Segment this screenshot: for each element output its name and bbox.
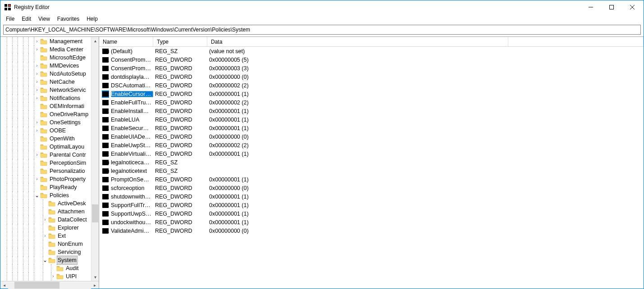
tree-item[interactable]: MicrosoftEdge bbox=[0, 54, 99, 62]
tree-item[interactable]: Servicing bbox=[0, 248, 99, 256]
value-data: 0x00000005 (5) bbox=[207, 57, 644, 63]
value-row[interactable]: EnableUwpStart...REG_DWORD0x00000002 (2) bbox=[99, 141, 644, 149]
tree-item[interactable]: ›Ext bbox=[0, 232, 99, 240]
tree-item[interactable]: ›NetCache bbox=[0, 78, 99, 86]
tree-item[interactable]: OneDriveRamp bbox=[0, 110, 99, 118]
tree-item[interactable]: Attachmen bbox=[0, 208, 99, 216]
address-bar[interactable]: Computer\HKEY_LOCAL_MACHINE\SOFTWARE\Mic… bbox=[3, 25, 641, 35]
chevron-right-icon[interactable]: › bbox=[34, 118, 40, 126]
tree-vertical-scrollbar[interactable]: ▴ ▾ bbox=[91, 37, 99, 281]
column-header-pad bbox=[508, 37, 644, 46]
menu-help[interactable]: Help bbox=[83, 15, 101, 23]
tree-item[interactable]: ›Media Center bbox=[0, 45, 99, 54]
value-row[interactable]: EnableCursorSu...REG_DWORD0x00000001 (1) bbox=[99, 90, 644, 98]
values-list[interactable]: (Default)REG_SZ(value not set)ConsentPro… bbox=[99, 47, 644, 289]
chevron-right-icon[interactable]: › bbox=[34, 86, 40, 94]
scroll-track[interactable] bbox=[91, 45, 99, 273]
value-row[interactable]: shutdownwitho...REG_DWORD0x00000001 (1) bbox=[99, 192, 644, 201]
scroll-down-icon[interactable]: ▾ bbox=[91, 273, 99, 281]
tree-item[interactable]: ⌄Policies bbox=[0, 191, 99, 199]
client-area: ›Management›Media CenterMicrosoftEdge›MM… bbox=[0, 36, 644, 289]
tree-item[interactable]: PlayReady bbox=[0, 183, 99, 191]
chevron-right-icon[interactable]: › bbox=[34, 94, 40, 102]
value-row[interactable]: EnableUIADeskt...REG_DWORD0x00000000 (0) bbox=[99, 132, 644, 141]
value-row[interactable]: DSCAutomation...REG_DWORD0x00000002 (2) bbox=[99, 81, 644, 90]
value-row[interactable]: EnableInstallerD...REG_DWORD0x00000001 (… bbox=[99, 107, 644, 115]
value-row[interactable]: EnableLUAREG_DWORD0x00000001 (1) bbox=[99, 115, 644, 124]
value-row[interactable]: EnableFullTrustS...REG_DWORD0x00000002 (… bbox=[99, 98, 644, 107]
chevron-right-icon[interactable]: › bbox=[34, 70, 40, 78]
tree-item[interactable]: OptimalLayou bbox=[0, 143, 99, 151]
tree-item[interactable]: Personalizatio bbox=[0, 167, 99, 175]
folder-icon bbox=[48, 241, 55, 247]
menu-edit[interactable]: Edit bbox=[18, 15, 35, 23]
tree-item[interactable]: Audit bbox=[0, 264, 99, 272]
maximize-button[interactable] bbox=[601, 0, 622, 14]
tree-item[interactable]: OEMInformati bbox=[0, 102, 99, 110]
value-row[interactable]: (Default)REG_SZ(value not set) bbox=[99, 47, 644, 55]
value-row[interactable]: ValidateAdminC...REG_DWORD0x00000000 (0) bbox=[99, 226, 644, 235]
tree-item[interactable]: ›Parental Contr bbox=[0, 151, 99, 159]
tree-item[interactable]: ActiveDesk bbox=[0, 199, 99, 208]
scroll-track[interactable] bbox=[8, 281, 91, 289]
tree-item[interactable]: ›NetworkServic bbox=[0, 86, 99, 94]
folder-icon bbox=[48, 217, 55, 223]
tree-item[interactable]: PerceptionSim bbox=[0, 159, 99, 167]
reg-dword-icon bbox=[102, 185, 109, 192]
value-row[interactable]: undockwithoutl...REG_DWORD0x00000001 (1) bbox=[99, 218, 644, 226]
chevron-right-icon[interactable]: › bbox=[34, 126, 40, 135]
value-row[interactable]: dontdisplaylastu...REG_DWORD0x00000000 (… bbox=[99, 72, 644, 81]
scroll-thumb[interactable] bbox=[92, 204, 98, 222]
tree-item[interactable]: ›NcdAutoSetup bbox=[0, 70, 99, 78]
column-header-data[interactable]: Data bbox=[207, 37, 508, 46]
value-row[interactable]: scforceoptionREG_DWORD0x00000000 (0) bbox=[99, 184, 644, 192]
folder-icon bbox=[48, 200, 55, 207]
chevron-down-icon[interactable]: ⌄ bbox=[34, 193, 40, 198]
tree-item[interactable]: ›DataCollect bbox=[0, 216, 99, 224]
tree-item[interactable]: Explorer bbox=[0, 224, 99, 232]
value-row[interactable]: SupportFullTrust...REG_DWORD0x00000001 (… bbox=[99, 201, 644, 209]
titlebar[interactable]: Registry Editor bbox=[0, 0, 644, 14]
tree-horizontal-scrollbar[interactable]: ◂ ▸ bbox=[0, 281, 99, 289]
minimize-icon bbox=[589, 5, 593, 9]
scroll-up-icon[interactable]: ▴ bbox=[91, 37, 99, 45]
column-header-name[interactable]: Name bbox=[99, 37, 153, 46]
chevron-right-icon[interactable]: › bbox=[34, 175, 40, 183]
column-header-type[interactable]: Type bbox=[153, 37, 207, 46]
values-header: Name Type Data bbox=[99, 37, 644, 47]
tree-item[interactable]: ›Management bbox=[0, 37, 99, 45]
tree-item[interactable]: ›MMDevices bbox=[0, 62, 99, 70]
value-row[interactable]: legalnoticecapti...REG_SZ bbox=[99, 158, 644, 167]
scroll-thumb[interactable] bbox=[14, 282, 59, 289]
scroll-right-icon[interactable]: ▸ bbox=[91, 281, 99, 289]
tree-scroll[interactable]: ›Management›Media CenterMicrosoftEdge›MM… bbox=[0, 37, 99, 281]
menu-view[interactable]: View bbox=[35, 15, 54, 23]
chevron-right-icon[interactable]: › bbox=[34, 37, 40, 45]
value-row[interactable]: EnableSecureUI...REG_DWORD0x00000001 (1) bbox=[99, 124, 644, 132]
value-data: 0x00000001 (1) bbox=[207, 117, 644, 123]
minimize-button[interactable] bbox=[580, 0, 601, 14]
value-row[interactable]: EnableVirtualizat...REG_DWORD0x00000001 … bbox=[99, 149, 644, 158]
tree-item[interactable]: ›Notifications bbox=[0, 94, 99, 102]
value-row[interactable]: PromptOnSecur...REG_DWORD0x00000001 (1) bbox=[99, 175, 644, 184]
value-row[interactable]: legalnoticetextREG_SZ bbox=[99, 167, 644, 175]
scroll-left-icon[interactable]: ◂ bbox=[0, 281, 8, 289]
tree-item[interactable]: NonEnum bbox=[0, 240, 99, 248]
tree-item[interactable]: ⌄System bbox=[0, 256, 99, 264]
tree-item[interactable]: ›UIPI bbox=[0, 272, 99, 280]
tree-item[interactable]: ›OneSettings bbox=[0, 118, 99, 126]
value-row[interactable]: ConsentPrompt...REG_DWORD0x00000005 (5) bbox=[99, 55, 644, 64]
tree-item[interactable]: ›OOBE bbox=[0, 126, 99, 135]
close-button[interactable] bbox=[622, 0, 643, 14]
chevron-right-icon[interactable]: › bbox=[34, 45, 40, 54]
tree-item[interactable]: ›PhotoProperty bbox=[0, 175, 99, 183]
value-row[interactable]: SupportUwpStar...REG_DWORD0x00000001 (1) bbox=[99, 209, 644, 218]
menu-favorites[interactable]: Favorites bbox=[54, 15, 83, 23]
tree-item[interactable]: OpenWith bbox=[0, 135, 99, 143]
chevron-right-icon[interactable]: › bbox=[34, 62, 40, 70]
menu-file[interactable]: File bbox=[2, 15, 18, 23]
folder-icon bbox=[40, 135, 47, 142]
chevron-right-icon[interactable]: › bbox=[34, 78, 40, 86]
value-row[interactable]: ConsentPrompt...REG_DWORD0x00000003 (3) bbox=[99, 64, 644, 72]
chevron-right-icon[interactable]: › bbox=[34, 151, 40, 159]
